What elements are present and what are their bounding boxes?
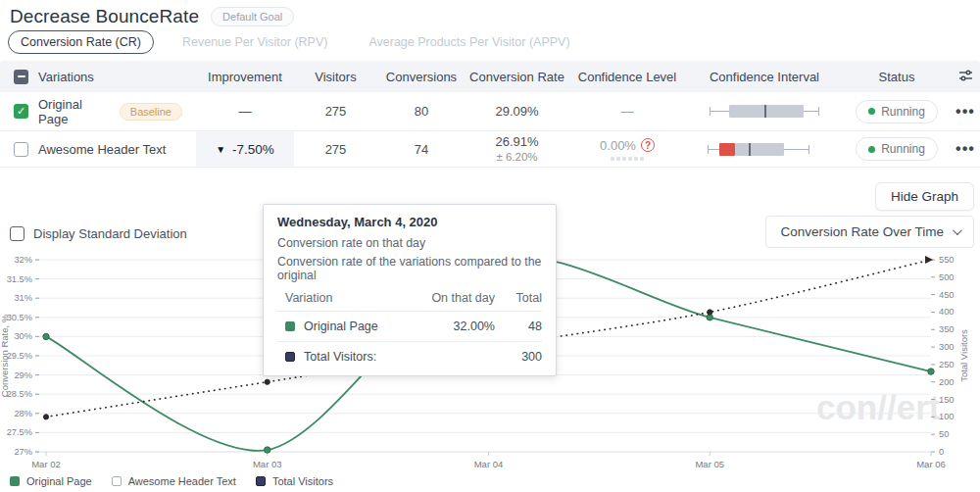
- legend-total-visitors[interactable]: Total Visitors: [256, 475, 333, 487]
- svg-text:31%: 31%: [14, 293, 32, 303]
- page-header: Decrease BounceRate Default Goal: [10, 6, 294, 27]
- select-all-checkbox[interactable]: [14, 70, 28, 84]
- rate-margin: ± 6.20%: [466, 150, 568, 164]
- variation-name: Original Page: [38, 97, 110, 126]
- green-swatch-icon: [10, 476, 20, 486]
- col-status: Status: [843, 70, 951, 84]
- svg-text:0: 0: [939, 447, 944, 457]
- svg-text:27.5%: 27.5%: [7, 427, 32, 437]
- svg-text:450: 450: [939, 290, 955, 300]
- row2-menu-icon[interactable]: •••: [951, 140, 980, 158]
- table-header-row: Variations Improvement Visitors Conversi…: [0, 61, 980, 92]
- status-badge: Running: [856, 100, 938, 123]
- default-goal-badge: Default Goal: [211, 7, 294, 26]
- svg-text:250: 250: [939, 360, 955, 369]
- svg-text:Mar 02: Mar 02: [31, 459, 61, 469]
- svg-text:400: 400: [939, 307, 955, 317]
- svg-text:29.5%: 29.5%: [7, 351, 32, 361]
- tooltip-table-header: Variation On that day Total: [277, 287, 542, 312]
- chart-legend: Original Page Awesome Header Text Total …: [10, 475, 333, 487]
- chart-metric-dropdown[interactable]: Conversion Rate Over Time: [765, 216, 974, 248]
- std-deviation-label: Display Standard Deviation: [33, 226, 187, 241]
- svg-text:350: 350: [939, 324, 955, 334]
- conversion-rate-value: 26.91% ± 6.20%: [466, 134, 568, 165]
- conversion-rate-value: 29.09%: [466, 104, 568, 119]
- outline-swatch-icon: [112, 476, 122, 486]
- std-deviation-control: Display Standard Deviation: [10, 226, 187, 241]
- col-conversions: Conversions: [377, 70, 466, 84]
- svg-text:Mar 04: Mar 04: [474, 459, 504, 469]
- tooltip-subtitle-2: Conversion rate of the variations compar…: [277, 255, 542, 282]
- row2-checkbox[interactable]: [14, 142, 28, 157]
- col-visitors: Visitors: [294, 70, 377, 84]
- table-row-awesome-header-text: Awesome Header Text ▼ -7.50% 275 74 26.9…: [0, 130, 980, 168]
- col-confidence-interval: Confidence Interval: [686, 70, 843, 84]
- improvement-value: ▼ -7.50%: [196, 131, 294, 167]
- status-cell: Running: [843, 100, 951, 123]
- svg-text:150: 150: [939, 395, 955, 405]
- baseline-badge: Baseline: [120, 103, 182, 121]
- svg-text:28.5%: 28.5%: [7, 389, 32, 399]
- table-row-original-page: ✓ Original Page Baseline — 275 80 29.09%…: [0, 92, 980, 130]
- metric-tabs: Conversion Rate (CR) Revenue Per Visitor…: [8, 30, 583, 54]
- svg-text:200: 200: [939, 377, 955, 387]
- confidence-interval-plot: [686, 103, 843, 120]
- svg-text:300: 300: [939, 342, 955, 352]
- hide-graph-button[interactable]: Hide Graph: [875, 182, 974, 211]
- status-badge: Running: [856, 137, 938, 161]
- table-filter-icon[interactable]: [951, 69, 980, 85]
- help-question-icon[interactable]: ?: [641, 138, 655, 152]
- down-arrow-icon: ▼: [216, 144, 225, 155]
- variation-name: Awesome Header Text: [38, 142, 166, 157]
- confidence-progress-dots: [611, 157, 644, 161]
- svg-text:500: 500: [939, 272, 955, 282]
- navy-swatch-icon: [285, 352, 295, 362]
- tooltip-row-original-page: Original Page 32.00% 48: [277, 312, 542, 342]
- svg-text:32%: 32%: [14, 255, 32, 265]
- col-variations: Variations: [38, 70, 94, 84]
- running-dot-icon: [868, 108, 875, 115]
- svg-text:50: 50: [939, 429, 949, 439]
- conversions-value: 80: [377, 104, 466, 119]
- running-dot-icon: [868, 146, 875, 153]
- visitors-value: 275: [294, 104, 377, 119]
- svg-text:27%: 27%: [14, 447, 32, 457]
- confidence-level-value: 0.00%?: [568, 138, 686, 161]
- svg-text:28%: 28%: [14, 409, 32, 418]
- tab-avg-products-per-visitor[interactable]: Average Products Per Visitor (APPV): [356, 30, 582, 54]
- svg-text:Mar 03: Mar 03: [253, 459, 282, 469]
- svg-text:31.5%: 31.5%: [7, 274, 32, 284]
- legend-awesome-header-text[interactable]: Awesome Header Text: [112, 475, 236, 487]
- legend-original-page[interactable]: Original Page: [10, 475, 92, 487]
- svg-text:Total Visitors: Total Visitors: [958, 329, 969, 382]
- col-conversion-rate: Conversion Rate: [466, 70, 568, 84]
- conversions-value: 74: [377, 142, 466, 157]
- chevron-down-icon: [953, 225, 962, 235]
- svg-text:29%: 29%: [14, 370, 32, 380]
- visitors-value: 275: [294, 142, 377, 157]
- experiment-report-page: Decrease BounceRate Default Goal Convers…: [0, 0, 980, 492]
- confidence-level-value: —: [568, 104, 686, 119]
- green-swatch-icon: [285, 321, 295, 331]
- svg-text:100: 100: [939, 412, 955, 421]
- status-cell: Running: [843, 137, 951, 161]
- svg-text:550: 550: [939, 255, 955, 265]
- page-title: Decrease BounceRate: [10, 6, 199, 27]
- col-improvement: Improvement: [196, 70, 294, 84]
- svg-text:Conversion Rate, %: Conversion Rate, %: [0, 314, 10, 397]
- chart-tooltip: Wednesday, March 4, 2020 Conversion rate…: [263, 204, 557, 376]
- svg-text:Mar 06: Mar 06: [916, 459, 946, 469]
- svg-text:30%: 30%: [14, 331, 32, 341]
- tooltip-date: Wednesday, March 4, 2020: [277, 215, 542, 229]
- confidence-interval-plot: [686, 141, 843, 158]
- col-confidence-level: Confidence Level: [568, 70, 686, 84]
- row1-checkbox[interactable]: ✓: [14, 104, 28, 119]
- tab-revenue-per-visitor[interactable]: Revenue Per Visitor (RPV): [170, 30, 340, 54]
- std-deviation-checkbox[interactable]: [10, 226, 24, 241]
- navy-swatch-icon: [256, 476, 266, 486]
- variations-table: Variations Improvement Visitors Conversi…: [0, 61, 980, 168]
- improvement-value: —: [196, 104, 294, 119]
- row1-menu-icon[interactable]: •••: [951, 103, 980, 121]
- svg-text:Mar 05: Mar 05: [695, 459, 724, 469]
- tab-conversion-rate[interactable]: Conversion Rate (CR): [8, 30, 154, 54]
